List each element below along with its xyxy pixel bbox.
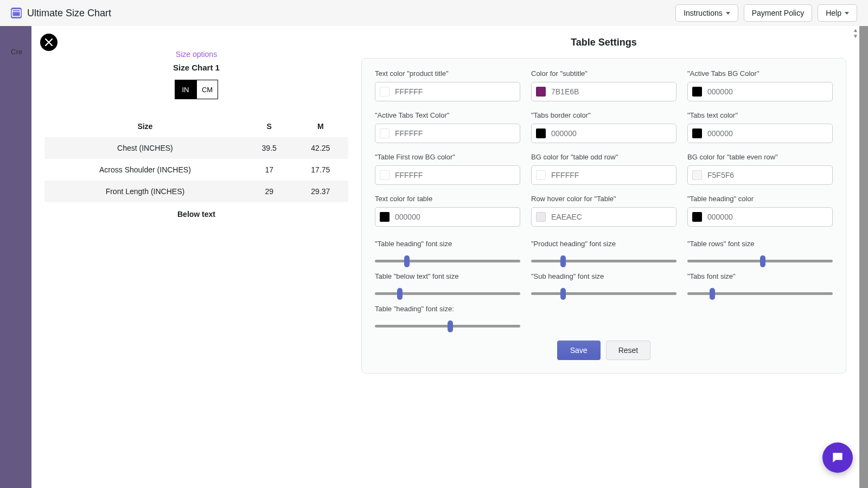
instructions-label: Instructions [684,9,723,17]
slider-field: "Table heading" font size [375,240,520,262]
color-input[interactable]: 000000 [687,82,833,101]
slider-thumb[interactable] [560,255,566,267]
color-input[interactable]: 000000 [687,124,833,143]
chat-icon [831,451,845,465]
underlay-text: Cre [11,48,22,56]
slider[interactable] [375,252,520,262]
color-swatch [536,129,546,138]
color-swatch [380,212,390,222]
color-input[interactable]: 7B1E6B [531,82,676,101]
field-label: "Tabs font size" [687,272,833,280]
unit-cm-tab[interactable]: CM [196,80,218,99]
underlay-content: Cre [11,48,22,70]
color-swatch [692,212,702,222]
slider-thumb[interactable] [404,255,410,267]
field-label: "Tabs border color" [531,111,676,119]
table-row: Chest (INCHES) 39.5 42.25 [44,137,348,159]
color-input[interactable]: 000000 [375,207,520,227]
color-input[interactable]: FFFFFF [375,82,520,101]
table-cell: 29.37 [293,181,348,202]
color-input[interactable]: FFFFFF [375,165,520,185]
field-label: Row hover color for "Table" [531,195,676,203]
field-label: "Tabs text color" [687,111,833,119]
scroll-arrows: ▲▼ [853,27,858,39]
payment-policy-label: Payment Policy [752,9,804,17]
slider-thumb[interactable] [760,255,765,267]
color-input[interactable]: EAEAEC [531,207,676,227]
save-button[interactable]: Save [557,341,601,360]
table-cell: Front Length (INCHES) [44,181,246,202]
slider-thumb[interactable] [710,288,715,300]
slider[interactable] [687,285,833,295]
table-cell: 39.5 [246,137,293,159]
color-swatch [692,129,702,138]
table-cell: 29 [246,181,293,202]
slider-field: "Table rows" font size [687,240,833,262]
field-label: "Table heading" color [687,195,833,203]
instructions-button[interactable]: Instructions [675,4,738,22]
color-input[interactable]: F5F5F6 [687,165,833,185]
color-field: "Active Tabs Text Color"FFFFFF [375,111,520,143]
size-options-link[interactable]: Size options [44,50,348,59]
color-value: F5F5F6 [707,171,734,179]
slider-field: Table "heading" font size: [375,305,520,328]
table-header: M [293,115,348,137]
slider[interactable] [687,252,833,262]
slider[interactable] [375,317,520,328]
color-field: BG color for "table even row"F5F5F6 [687,153,833,185]
reset-button[interactable]: Reset [606,341,651,360]
field-label: Table "heading" font size: [375,305,520,313]
slider-track [687,292,833,295]
close-button[interactable] [40,34,58,51]
unit-in-tab[interactable]: IN [175,80,196,99]
field-label: "Table rows" font size [687,240,833,248]
color-swatch [536,87,546,97]
slider-track [531,292,676,295]
slider-thumb[interactable] [560,288,566,300]
color-value: FFFFFF [395,87,423,96]
field-label: "Sub heading" font size [531,272,676,280]
color-swatch [380,129,390,138]
chat-button[interactable] [822,442,853,473]
color-value: FFFFFF [551,171,579,179]
table-header: Size [44,115,246,137]
table-header: S [246,115,293,137]
color-field: "Active Tabs BG Color"000000 [687,69,833,101]
field-label: "Table heading" font size [375,240,520,248]
settings-card: Text color "product title"FFFFFFColor fo… [361,58,846,374]
app-logo-icon [11,8,22,18]
payment-policy-button[interactable]: Payment Policy [744,4,812,22]
color-swatch [692,170,702,180]
slider-thumb[interactable] [397,288,403,300]
settings-panel: Table Settings Text color "product title… [361,37,846,374]
color-input[interactable]: FFFFFF [375,124,520,143]
unit-toggle: IN CM [44,80,348,99]
table-cell: Across Shoulder (INCHES) [44,159,246,181]
slider-thumb[interactable] [448,320,453,332]
table-cell: Chest (INCHES) [44,137,246,159]
table-cell: 17 [246,159,293,181]
slider-track [375,260,520,262]
settings-title: Table Settings [361,37,846,48]
help-button[interactable]: Help [818,4,857,22]
modal-inner: Size options Size Chart 1 IN CM Size S M… [31,26,859,395]
slider-track [531,260,676,262]
color-field: Text color for table000000 [375,195,520,227]
color-swatch [692,87,702,97]
topbar: Ultimate Size Chart Instructions Payment… [0,0,868,26]
color-value: 000000 [707,213,733,221]
slider[interactable] [375,285,520,295]
color-value: EAEAEC [551,213,582,221]
preview-panel: Size options Size Chart 1 IN CM Size S M… [44,37,348,374]
slider[interactable] [531,285,676,295]
slider[interactable] [531,252,676,262]
color-value: 000000 [551,129,577,138]
color-input[interactable]: FFFFFF [531,165,676,185]
table-row: Front Length (INCHES) 29 29.37 [44,181,348,202]
color-input[interactable]: 000000 [531,124,676,143]
app-title: Ultimate Size Chart [27,8,111,19]
settings-actions: Save Reset [375,341,833,360]
color-input[interactable]: 000000 [687,207,833,227]
svg-rect-0 [12,10,21,17]
color-field: "Tabs border color"000000 [531,111,676,143]
